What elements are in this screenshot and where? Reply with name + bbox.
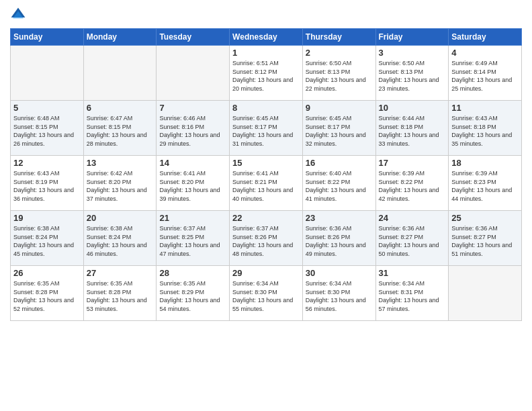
day-info: Sunrise: 6:34 AM Sunset: 8:30 PM Dayligh… — [306, 279, 373, 313]
day-number: 7 — [159, 103, 226, 113]
day-info: Sunrise: 6:51 AM Sunset: 8:12 PM Dayligh… — [232, 59, 300, 93]
day-info: Sunrise: 6:35 AM Sunset: 8:28 PM Dayligh… — [87, 279, 154, 313]
day-number: 18 — [451, 158, 519, 168]
day-cell: 22Sunrise: 6:37 AM Sunset: 8:26 PM Dayli… — [230, 211, 303, 266]
day-cell: 21Sunrise: 6:37 AM Sunset: 8:25 PM Dayli… — [157, 211, 230, 266]
day-cell: 4Sunrise: 6:49 AM Sunset: 8:14 PM Daylig… — [449, 46, 522, 101]
day-info: Sunrise: 6:49 AM Sunset: 8:14 PM Dayligh… — [451, 59, 519, 93]
day-number: 15 — [232, 158, 300, 168]
day-info: Sunrise: 6:38 AM Sunset: 8:24 PM Dayligh… — [87, 224, 154, 258]
week-row-5: 26Sunrise: 6:35 AM Sunset: 8:28 PM Dayli… — [11, 266, 522, 321]
day-cell: 8Sunrise: 6:45 AM Sunset: 8:17 PM Daylig… — [230, 101, 303, 156]
day-info: Sunrise: 6:39 AM Sunset: 8:22 PM Dayligh… — [379, 169, 446, 203]
day-number: 17 — [379, 158, 446, 168]
day-info: Sunrise: 6:36 AM Sunset: 8:27 PM Dayligh… — [451, 224, 519, 258]
week-row-4: 19Sunrise: 6:38 AM Sunset: 8:24 PM Dayli… — [11, 211, 522, 266]
day-cell: 3Sunrise: 6:50 AM Sunset: 8:13 PM Daylig… — [375, 46, 449, 101]
day-cell: 17Sunrise: 6:39 AM Sunset: 8:22 PM Dayli… — [375, 156, 449, 211]
day-cell: 14Sunrise: 6:41 AM Sunset: 8:20 PM Dayli… — [157, 156, 230, 211]
week-row-1: 1Sunrise: 6:51 AM Sunset: 8:12 PM Daylig… — [11, 46, 522, 101]
day-cell: 26Sunrise: 6:35 AM Sunset: 8:28 PM Dayli… — [11, 266, 84, 321]
header — [10, 7, 522, 23]
day-cell — [157, 46, 230, 101]
day-cell: 1Sunrise: 6:51 AM Sunset: 8:12 PM Daylig… — [230, 46, 303, 101]
day-info: Sunrise: 6:43 AM Sunset: 8:18 PM Dayligh… — [451, 114, 519, 148]
day-info: Sunrise: 6:46 AM Sunset: 8:16 PM Dayligh… — [159, 114, 226, 148]
day-info: Sunrise: 6:34 AM Sunset: 8:30 PM Dayligh… — [232, 279, 300, 313]
calendar-table: SundayMondayTuesdayWednesdayThursdayFrid… — [10, 28, 522, 321]
weekday-header-friday: Friday — [375, 29, 449, 46]
day-cell: 15Sunrise: 6:41 AM Sunset: 8:21 PM Dayli… — [230, 156, 303, 211]
day-number: 2 — [306, 48, 373, 58]
day-number: 22 — [232, 213, 300, 223]
day-info: Sunrise: 6:41 AM Sunset: 8:20 PM Dayligh… — [159, 169, 226, 203]
day-number: 11 — [451, 103, 519, 113]
day-number: 1 — [232, 48, 300, 58]
day-number: 28 — [159, 268, 226, 278]
day-cell: 31Sunrise: 6:34 AM Sunset: 8:31 PM Dayli… — [375, 266, 449, 321]
day-number: 31 — [379, 268, 446, 278]
day-cell: 5Sunrise: 6:48 AM Sunset: 8:15 PM Daylig… — [11, 101, 84, 156]
day-number: 3 — [379, 48, 446, 58]
day-number: 4 — [451, 48, 519, 58]
day-info: Sunrise: 6:34 AM Sunset: 8:31 PM Dayligh… — [379, 279, 446, 313]
day-cell: 13Sunrise: 6:42 AM Sunset: 8:20 PM Dayli… — [83, 156, 157, 211]
weekday-header-saturday: Saturday — [449, 29, 522, 46]
day-info: Sunrise: 6:47 AM Sunset: 8:15 PM Dayligh… — [87, 114, 154, 148]
day-cell: 9Sunrise: 6:45 AM Sunset: 8:17 PM Daylig… — [302, 101, 375, 156]
day-cell: 7Sunrise: 6:46 AM Sunset: 8:16 PM Daylig… — [157, 101, 230, 156]
week-row-2: 5Sunrise: 6:48 AM Sunset: 8:15 PM Daylig… — [11, 101, 522, 156]
day-cell: 30Sunrise: 6:34 AM Sunset: 8:30 PM Dayli… — [302, 266, 375, 321]
day-cell: 25Sunrise: 6:36 AM Sunset: 8:27 PM Dayli… — [449, 211, 522, 266]
day-cell — [449, 266, 522, 321]
day-cell: 11Sunrise: 6:43 AM Sunset: 8:18 PM Dayli… — [449, 101, 522, 156]
day-cell: 19Sunrise: 6:38 AM Sunset: 8:24 PM Dayli… — [11, 211, 84, 266]
day-cell: 6Sunrise: 6:47 AM Sunset: 8:15 PM Daylig… — [83, 101, 157, 156]
day-number: 20 — [87, 213, 154, 223]
day-info: Sunrise: 6:50 AM Sunset: 8:13 PM Dayligh… — [379, 59, 446, 93]
day-cell: 2Sunrise: 6:50 AM Sunset: 8:13 PM Daylig… — [302, 46, 375, 101]
day-number: 8 — [232, 103, 300, 113]
day-cell — [11, 46, 84, 101]
day-cell: 27Sunrise: 6:35 AM Sunset: 8:28 PM Dayli… — [83, 266, 157, 321]
day-info: Sunrise: 6:45 AM Sunset: 8:17 PM Dayligh… — [306, 114, 373, 148]
logo — [10, 7, 29, 23]
day-cell: 20Sunrise: 6:38 AM Sunset: 8:24 PM Dayli… — [83, 211, 157, 266]
weekday-header-wednesday: Wednesday — [230, 29, 303, 46]
day-cell: 16Sunrise: 6:40 AM Sunset: 8:22 PM Dayli… — [302, 156, 375, 211]
day-cell: 10Sunrise: 6:44 AM Sunset: 8:18 PM Dayli… — [375, 101, 449, 156]
day-info: Sunrise: 6:36 AM Sunset: 8:27 PM Dayligh… — [379, 224, 446, 258]
logo-icon — [10, 7, 26, 23]
day-number: 26 — [13, 268, 81, 278]
day-info: Sunrise: 6:42 AM Sunset: 8:20 PM Dayligh… — [87, 169, 154, 203]
weekday-header-tuesday: Tuesday — [157, 29, 230, 46]
day-cell — [83, 46, 157, 101]
day-number: 19 — [13, 213, 81, 223]
day-info: Sunrise: 6:48 AM Sunset: 8:15 PM Dayligh… — [13, 114, 81, 148]
day-cell: 29Sunrise: 6:34 AM Sunset: 8:30 PM Dayli… — [230, 266, 303, 321]
weekday-header-monday: Monday — [83, 29, 157, 46]
weekday-header-row: SundayMondayTuesdayWednesdayThursdayFrid… — [11, 29, 522, 46]
day-number: 14 — [159, 158, 226, 168]
day-info: Sunrise: 6:35 AM Sunset: 8:29 PM Dayligh… — [159, 279, 226, 313]
day-info: Sunrise: 6:41 AM Sunset: 8:21 PM Dayligh… — [232, 169, 300, 203]
day-number: 9 — [306, 103, 373, 113]
day-number: 10 — [379, 103, 446, 113]
day-number: 12 — [13, 158, 81, 168]
day-cell: 18Sunrise: 6:39 AM Sunset: 8:23 PM Dayli… — [449, 156, 522, 211]
day-info: Sunrise: 6:40 AM Sunset: 8:22 PM Dayligh… — [306, 169, 373, 203]
day-info: Sunrise: 6:38 AM Sunset: 8:24 PM Dayligh… — [13, 224, 81, 258]
day-info: Sunrise: 6:50 AM Sunset: 8:13 PM Dayligh… — [306, 59, 373, 93]
day-number: 30 — [306, 268, 373, 278]
day-number: 13 — [87, 158, 154, 168]
day-number: 29 — [232, 268, 300, 278]
day-info: Sunrise: 6:39 AM Sunset: 8:23 PM Dayligh… — [451, 169, 519, 203]
day-number: 5 — [13, 103, 81, 113]
day-info: Sunrise: 6:35 AM Sunset: 8:28 PM Dayligh… — [13, 279, 81, 313]
day-number: 23 — [306, 213, 373, 223]
weekday-header-sunday: Sunday — [11, 29, 84, 46]
week-row-3: 12Sunrise: 6:43 AM Sunset: 8:19 PM Dayli… — [11, 156, 522, 211]
day-info: Sunrise: 6:37 AM Sunset: 8:25 PM Dayligh… — [159, 224, 226, 258]
day-info: Sunrise: 6:37 AM Sunset: 8:26 PM Dayligh… — [232, 224, 300, 258]
day-number: 6 — [87, 103, 154, 113]
